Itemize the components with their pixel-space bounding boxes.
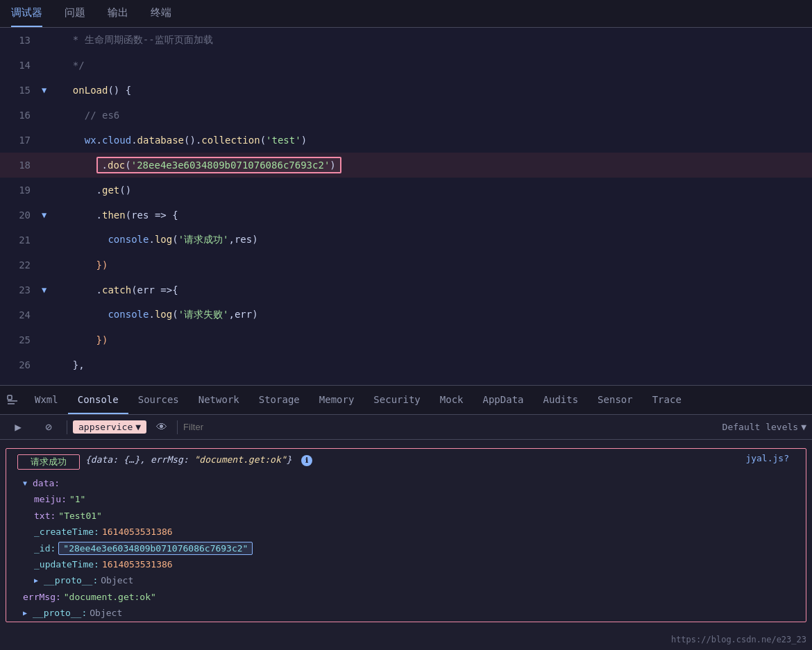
tree-createtime: _createTime: 1614053531386	[12, 524, 806, 540]
chevron-down-icon: ▼	[135, 422, 141, 432]
line-number: 15	[0, 85, 42, 96]
createtime-value: 1614053531386	[102, 524, 173, 540]
tab-issues[interactable]: 问题	[65, 0, 85, 27]
collapse-arrow-data[interactable]: ▼	[23, 477, 31, 490]
tab-console[interactable]: Console	[68, 386, 128, 414]
tab-security[interactable]: Security	[364, 386, 430, 414]
code-line-13: 13 * 生命周期函数--监听页面加载	[0, 28, 812, 53]
tree-errmsg: errMsg: "document.get:ok"	[12, 589, 806, 605]
console-output-box: 请求成功 {data: {…}, errMsg: "document.get:o…	[6, 448, 806, 622]
collapse-arrow-proto-data[interactable]: ▶	[34, 574, 42, 587]
line-number: 18	[0, 160, 42, 171]
line-arrow[interactable]: ▼	[42, 210, 56, 220]
meiju-value: "1"	[69, 491, 85, 507]
code-lines: 13 * 生命周期函数--监听页面加载 14 */ 15 ▼ onLoad() …	[0, 28, 812, 385]
info-icon[interactable]: ℹ	[301, 455, 312, 466]
code-line-21: 21 console.log('请求成功',res)	[0, 228, 812, 253]
eye-icon[interactable]: 👁	[152, 419, 171, 436]
code-line-25: 25 })	[0, 327, 812, 352]
file-reference[interactable]: jyal.js?	[745, 453, 800, 463]
line-content: .then(res => {	[56, 209, 812, 221]
object-tree: ▼ data: meiju: "1" txt: "Test01" _create…	[12, 475, 806, 622]
line-number: 16	[0, 110, 42, 121]
line-number: 19	[0, 185, 42, 196]
levels-dropdown[interactable]: Default levels ▼	[722, 422, 806, 432]
service-select[interactable]: appservice ▼	[73, 420, 146, 434]
collapse-arrow-proto-root[interactable]: ▶	[23, 607, 31, 619]
devtools-tabs: Wxml Console Sources Network Storage Mem…	[0, 386, 812, 415]
proto-data-key: __proto__:	[44, 572, 98, 588]
tab-audits[interactable]: Audits	[534, 386, 589, 414]
filter-input[interactable]	[183, 422, 716, 432]
code-line-14: 14 */	[0, 53, 812, 78]
separator2	[177, 420, 178, 434]
tree-meiju: meiju: "1"	[12, 491, 806, 507]
console-toolbar: ▶ ⊘ appservice ▼ 👁 Default levels ▼	[0, 415, 812, 440]
svg-rect-0	[8, 395, 12, 400]
code-line-26: 26 },	[0, 352, 812, 377]
main-text-italic: {data: {…}, errMsg: "document.get:ok"}	[85, 454, 291, 465]
tab-terminal[interactable]: 终端	[151, 0, 171, 27]
line-number: 25	[0, 334, 42, 345]
updatetime-key: _updateTime:	[34, 556, 99, 572]
line-content: })	[56, 334, 812, 345]
tree-proto-root: ▶ __proto__: Object	[12, 605, 806, 621]
inspect-icon[interactable]	[0, 388, 25, 413]
tree-updatetime: _updateTime: 1614053531386	[12, 556, 806, 572]
errmsg-key: errMsg:	[23, 589, 61, 605]
line-content: * 生命周期函数--监听页面加载	[56, 34, 812, 46]
tree-proto-data: ▶ __proto__: Object	[12, 572, 806, 588]
proto-data-value: Object	[101, 572, 133, 588]
line-content: })	[56, 259, 812, 271]
line-number: 24	[0, 309, 42, 320]
txt-key: txt:	[34, 508, 56, 524]
line-arrow[interactable]: ▼	[42, 285, 56, 295]
code-line-27: 27	[0, 377, 812, 385]
line-content: // es6	[56, 110, 812, 121]
line-content: console.log('请求失败',err)	[56, 309, 812, 321]
tree-id: _id: "28ee4e3e6034809b071076086c7693c2"	[12, 540, 806, 556]
code-line-18: 18 .doc('28ee4e3e6034809b071076086c7693c…	[0, 153, 812, 178]
proto-root-key: __proto__:	[33, 605, 87, 621]
line-content: .get()	[56, 185, 812, 196]
id-value: "28ee4e3e6034809b071076086c7693c2"	[58, 540, 253, 556]
block-icon[interactable]: ⊘	[36, 415, 61, 440]
tab-mock[interactable]: Mock	[430, 386, 473, 414]
tree-data-root: ▼ data:	[12, 475, 806, 491]
tab-appdata[interactable]: AppData	[473, 386, 534, 414]
line-content: .catch(err =>{	[56, 284, 812, 296]
line-number: 26	[0, 359, 42, 370]
tab-wxml[interactable]: Wxml	[25, 386, 68, 414]
tab-trace[interactable]: Trace	[643, 386, 691, 414]
code-editor: 调试器 问题 输出 终端 13 * 生命周期函数--监听页面加载 14 */ 1…	[0, 0, 812, 385]
code-line-23: 23 ▼ .catch(err =>{	[0, 277, 812, 302]
meiju-key: meiju:	[34, 491, 67, 507]
line-number: 14	[0, 60, 42, 71]
tab-network[interactable]: Network	[189, 386, 249, 414]
tab-sensor[interactable]: Sensor	[588, 386, 643, 414]
updatetime-value: 1614053531386	[102, 556, 173, 572]
line-number: 23	[0, 284, 42, 296]
code-line-19: 19 .get()	[0, 178, 812, 203]
tab-storage[interactable]: Storage	[249, 386, 310, 414]
request-prefix: 请求成功	[17, 454, 80, 470]
proto-root-value: Object	[90, 605, 122, 621]
levels-label: Default levels	[722, 422, 799, 432]
line-content: console.log('请求成功',res)	[56, 234, 812, 246]
top-panel-tabs: 调试器 问题 输出 终端	[0, 0, 812, 28]
tab-output[interactable]: 输出	[108, 0, 128, 27]
tab-memory[interactable]: Memory	[310, 386, 364, 414]
line-number: 20	[0, 209, 42, 221]
line-number: 13	[0, 35, 42, 46]
tab-debugger[interactable]: 调试器	[11, 0, 42, 27]
line-content: */	[56, 60, 812, 71]
play-icon[interactable]: ▶	[6, 415, 31, 440]
line-arrow[interactable]: ▼	[42, 85, 56, 95]
tab-sources[interactable]: Sources	[128, 386, 189, 414]
errmsg-value: "document.get:ok"	[64, 589, 156, 605]
line-content: .doc('28ee4e3e6034809b071076086c7693c2')	[56, 160, 812, 171]
code-line-16: 16 // es6	[0, 103, 812, 128]
data-key: data:	[33, 475, 60, 491]
line-content: wx.cloud.database().collection('test')	[56, 135, 812, 146]
watermark: https://blog.csdn.ne/e23_23	[671, 635, 806, 644]
